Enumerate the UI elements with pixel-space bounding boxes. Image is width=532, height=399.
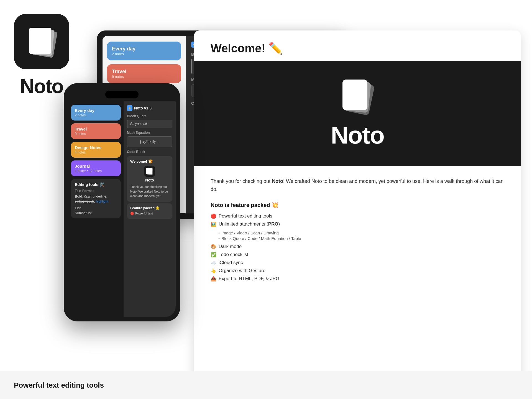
feature-emoji-todo: ✅ (211, 252, 216, 258)
feature-text-attachments: Unlimited attachments (PRO) (219, 221, 280, 227)
icon-pages (25, 25, 58, 58)
app-name: Noto (20, 75, 63, 98)
phone-text-strikethrough: strikethrough (75, 200, 94, 203)
tablet-folder-everyday-count: 2 notes (112, 52, 176, 56)
phone-folder-journal[interactable]: Journal 1 folder • 12 notes (71, 160, 121, 176)
app-icon (14, 14, 69, 69)
phone-math-box: ∫ xy²dxdy = (127, 136, 172, 147)
phone-folder-travel-count: 9 notes (75, 132, 117, 136)
feature-text-editing: Powerful text editing tools (219, 213, 272, 219)
desktop-sub-item-media: Image / Video / Scan / Drawing (218, 231, 504, 235)
phone-folder-journal-title: Journal (75, 164, 117, 168)
bottom-label: Powerful text editing tools (14, 381, 104, 390)
tablet-folder-travel-title: Travel (112, 69, 176, 75)
desktop-feature-editing: 🔴 Powerful text editing tools (211, 213, 504, 219)
feature-text-icloud: iCloud sync (219, 260, 243, 265)
desktop-feature-icloud: ☁️ iCloud sync (211, 260, 504, 266)
phone-list-label: List (75, 206, 117, 210)
feature-emoji-export: 📤 (211, 276, 216, 282)
phone-logo-page-front (146, 168, 152, 174)
phone-right-panel: ⚡ Noto v1.3 Block Quote Be yourself Math… (124, 101, 176, 317)
feature-text-gesture: Organize with Gesture (219, 268, 265, 273)
phone-math-label: Math Equation (127, 131, 172, 135)
phone-noto-logo-label: Noto (145, 178, 154, 182)
phone-welcome-section: Welcome! 🍞 Noto Thank you for checking o… (127, 156, 172, 202)
desktop-feature-packed-title: Noto is feature packed 💥 (211, 202, 504, 208)
app-icon-area: Noto (14, 14, 69, 98)
desktop-feature-darkmode: 🎨 Dark mode (211, 244, 504, 250)
desktop-intro-bold: Noto (272, 178, 283, 184)
feature-text-export: Export to HTML, PDF, & JPG (219, 276, 279, 282)
phone-left-panel: Every day 2 notes Travel 9 notes Design … (68, 101, 124, 317)
phone-folder-design-count: 4 notes (75, 150, 117, 154)
phone-editing-title: Editing tools 🛠️ (75, 182, 117, 187)
phone-note-title: Noto v1.3 (134, 106, 152, 110)
tablet-folder-everyday-title: Every day (112, 46, 176, 52)
phone-block-quote-text: Be yourself (130, 122, 170, 126)
hero-icon-pages (338, 78, 377, 117)
desktop-intro-paragraph: Thank you for checking out Noto! We craf… (211, 177, 504, 193)
tablet-folder-travel[interactable]: Travel 9 notes (107, 64, 181, 83)
phone-noto-icon: ⚡ (127, 105, 132, 111)
bottom-strip: Powerful text editing tools (0, 371, 532, 399)
phone-text-underline: underline (93, 195, 106, 198)
feature-emoji-gesture: 👆 (211, 268, 216, 274)
desktop-welcome-title: Welcome! ✏️ (211, 42, 504, 55)
phone-editing-format-label: Text Format (75, 189, 117, 193)
icon-page-front (29, 28, 51, 54)
phone-screen: Every day 2 notes Travel 9 notes Design … (68, 88, 176, 317)
tablet-folder-travel-count: 9 notes (112, 75, 176, 79)
phone-folder-travel-title: Travel (75, 127, 117, 131)
desktop-sub-list: Image / Video / Scan / Drawing Block Quo… (211, 231, 504, 242)
desktop-feature-export: 📤 Export to HTML, PDF, & JPG (211, 276, 504, 282)
phone-folder-design[interactable]: Design Notes 4 notes (71, 142, 121, 158)
phone-text-italic: italic (84, 195, 91, 198)
desktop-feature-todo: ✅ Todo checklist (211, 252, 504, 258)
phone-text-highlight: highlight (96, 200, 108, 203)
hero-page-front (342, 80, 367, 110)
desktop-header: Welcome! ✏️ (194, 30, 521, 61)
desktop-feature-list: 🔴 Powerful text editing tools 🖼️ Unlimit… (211, 213, 504, 282)
phone-content: Every day 2 notes Travel 9 notes Design … (68, 101, 176, 317)
phone-folder-everyday-count: 2 notes (75, 113, 117, 117)
desktop-hero: Noto (194, 61, 521, 166)
phone-folder-travel[interactable]: Travel 9 notes (71, 123, 121, 139)
phone-feature-emoji: 🔴 (130, 212, 134, 215)
feature-text-darkmode: Dark mode (219, 244, 242, 249)
desktop-body: Thank you for checking out Noto! We craf… (194, 166, 521, 293)
phone-top-bar (68, 88, 176, 101)
phone-welcome-title: Welcome! 🍞 (130, 159, 169, 163)
phone-math-expr: ∫ xy²dxdy = (140, 139, 159, 144)
phone-feature-item: 🔴 Powerful text (130, 212, 169, 215)
phone-editing-text: Bold, italic, underline, strikethrough, … (75, 194, 117, 204)
phone-block-quote: Be yourself (127, 120, 172, 128)
sub-item-media-text: Image / Video / Scan / Drawing (221, 231, 279, 235)
phone-notch (105, 91, 139, 98)
feature-emoji-darkmode: 🎨 (211, 244, 216, 250)
feature-emoji-editing: 🔴 (211, 213, 216, 219)
phone-feature-section: Feature packed 🌟 🔴 Powerful text (127, 203, 172, 219)
phone-list-item: Number list (75, 211, 117, 215)
phone-feature-title: Feature packed 🌟 (130, 206, 169, 210)
feature-emoji-icloud: ☁️ (211, 260, 216, 266)
desktop-sub-item-blocks: Block Quote / Code / Math Equation / Tab… (218, 236, 504, 241)
feature-emoji-attachments: 🖼️ (211, 221, 216, 227)
phone-noto-logo-icon (144, 166, 155, 177)
phone-code-label: Code Block (127, 150, 172, 154)
desktop-feature-gesture: 👆 Organize with Gesture (211, 268, 504, 274)
phone-noto-logo-area: Noto (130, 166, 169, 182)
phone-text-bold: Bold (75, 195, 82, 198)
phone-note-header: ⚡ Noto v1.3 (127, 105, 172, 111)
phone-feature-text: Powerful text (135, 212, 153, 215)
feature-text-todo: Todo checklist (219, 252, 248, 257)
phone-folder-design-title: Design Notes (75, 145, 117, 150)
desktop-hero-logo-text: Noto (331, 121, 384, 149)
desktop-hero-content: Noto (331, 78, 384, 149)
desktop-view: Welcome! ✏️ Noto Thank you for checking … (194, 30, 521, 391)
phone-folder-everyday-title: Every day (75, 108, 117, 113)
phone-welcome-text: Thank you for checking out Noto! We craf… (130, 185, 169, 198)
tablet-folder-everyday[interactable]: Every day 2 notes (107, 42, 181, 60)
phone-folder-everyday[interactable]: Every day 2 notes (71, 105, 121, 121)
phone-editing-section: Editing tools 🛠️ Text Format Bold, itali… (71, 179, 121, 218)
phone-blockquote-label: Block Quote (127, 114, 172, 118)
